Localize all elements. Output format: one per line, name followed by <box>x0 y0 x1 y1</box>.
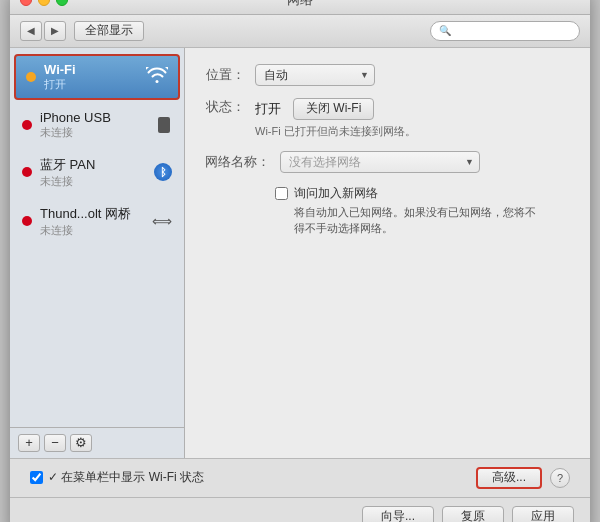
show-wifi-status-label: ✓ 在菜单栏中显示 Wi-Fi 状态 <box>48 469 204 486</box>
network-status-bluetooth: 未连接 <box>40 174 146 189</box>
status-row: 状态： 打开 关闭 Wi-Fi Wi-Fi 已打开但尚未连接到网络。 <box>205 98 570 139</box>
location-select[interactable]: 自动 <box>255 64 375 86</box>
traffic-lights <box>20 0 68 6</box>
nav-buttons: ◀ ▶ <box>20 21 66 41</box>
titlebar: 网络 <box>10 0 590 15</box>
status-label: 状态： <box>205 98 245 116</box>
sidebar-actions: + − ⚙ <box>10 427 184 458</box>
checkbox-row: 询问加入新网络 将自动加入已知网络。如果没有已知网络，您将不得不手动选择网络。 <box>275 185 570 237</box>
network-name-label: 网络名称： <box>205 153 270 171</box>
network-name-select[interactable]: 没有选择网络 <box>280 151 480 173</box>
status-dot-thunderbolt <box>22 216 32 226</box>
add-network-button[interactable]: + <box>18 434 40 452</box>
minimize-button[interactable] <box>38 0 50 6</box>
reset-button[interactable]: 复原 <box>442 506 504 523</box>
network-item-bluetooth[interactable]: 蓝牙 PAN 未连接 ᛒ <box>10 148 184 197</box>
remove-network-button[interactable]: − <box>44 434 66 452</box>
status-value: 打开 <box>255 100 281 118</box>
bluetooth-icon: ᛒ <box>154 163 172 181</box>
status-dot-bluetooth <box>22 167 32 177</box>
network-status-iphone-usb: 未连接 <box>40 125 148 140</box>
sidebar: Wi-Fi 打开 <box>10 48 185 458</box>
checkbox-label: 询问加入新网络 <box>294 185 536 202</box>
close-wifi-button[interactable]: 关闭 Wi-Fi <box>293 98 374 120</box>
bottom-bar: ✓ 在菜单栏中显示 Wi-Fi 状态 高级... ? <box>10 458 590 497</box>
ask-new-network-checkbox[interactable] <box>275 187 288 200</box>
maximize-button[interactable] <box>56 0 68 6</box>
network-name-thunderbolt: Thund...olt 网桥 <box>40 205 144 223</box>
forward-button[interactable]: ▶ <box>44 21 66 41</box>
location-row: 位置： 自动 ▼ <box>205 64 570 86</box>
apply-button[interactable]: 应用 <box>512 506 574 523</box>
footer-buttons: 向导... 复原 应用 <box>10 497 590 523</box>
network-name-row: 网络名称： 没有选择网络 ▼ <box>205 151 570 173</box>
usb-icon <box>156 115 172 135</box>
status-dot-wifi <box>26 72 36 82</box>
wizard-button[interactable]: 向导... <box>362 506 434 523</box>
network-name-bluetooth: 蓝牙 PAN <box>40 156 146 174</box>
location-dropdown-wrapper: 自动 ▼ <box>255 64 375 86</box>
advanced-button[interactable]: 高级... <box>476 467 542 489</box>
network-item-iphone-usb[interactable]: iPhone USB 未连接 <box>10 102 184 148</box>
network-status-thunderbolt: 未连接 <box>40 223 144 238</box>
status-description: Wi-Fi 已打开但尚未连接到网络。 <box>255 124 416 139</box>
search-icon: 🔍 <box>439 25 451 36</box>
network-name-iphone-usb: iPhone USB <box>40 110 148 125</box>
status-dot-iphone-usb <box>22 120 32 130</box>
network-window: 网络 ◀ ▶ 全部显示 🔍 Wi-Fi 打开 <box>10 0 590 522</box>
gear-button[interactable]: ⚙ <box>70 434 92 452</box>
checkbox-description: 将自动加入已知网络。如果没有已知网络，您将不得不手动选择网络。 <box>294 204 536 237</box>
window-title: 网络 <box>287 0 313 9</box>
network-name-dropdown-wrapper: 没有选择网络 ▼ <box>280 151 480 173</box>
show-all-button[interactable]: 全部显示 <box>74 21 144 41</box>
network-status-wifi: 打开 <box>44 77 138 92</box>
content-area: Wi-Fi 打开 <box>10 48 590 458</box>
search-box[interactable]: 🔍 <box>430 21 580 41</box>
show-wifi-status-checkbox[interactable] <box>30 471 43 484</box>
location-label: 位置： <box>205 66 245 84</box>
network-item-thunderbolt[interactable]: Thund...olt 网桥 未连接 ⟺ <box>10 197 184 246</box>
toolbar: ◀ ▶ 全部显示 🔍 <box>10 15 590 48</box>
wifi-icon <box>146 67 168 87</box>
ethernet-icon: ⟺ <box>152 213 172 229</box>
close-button[interactable] <box>20 0 32 6</box>
network-name-wifi: Wi-Fi <box>44 62 138 77</box>
bottom-checkbox-area: ✓ 在菜单栏中显示 Wi-Fi 状态 <box>30 469 468 486</box>
network-list: Wi-Fi 打开 <box>10 48 184 427</box>
back-button[interactable]: ◀ <box>20 21 42 41</box>
help-button[interactable]: ? <box>550 468 570 488</box>
network-item-wifi[interactable]: Wi-Fi 打开 <box>14 54 180 100</box>
main-panel: 位置： 自动 ▼ 状态： 打开 关闭 Wi-Fi Wi-Fi 已打开但尚未连接到… <box>185 48 590 458</box>
